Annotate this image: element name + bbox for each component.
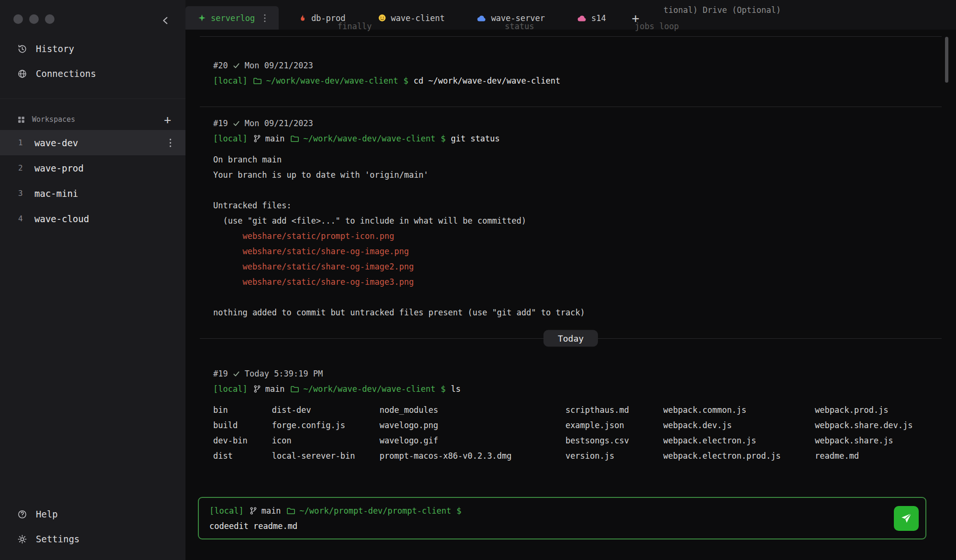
workspace-index: 4 [18, 214, 25, 223]
tab-label: wave-server [491, 13, 545, 23]
workspace-label: wave-dev [34, 138, 159, 148]
ls-file: dist-dev [272, 402, 380, 418]
branch-name: main [265, 131, 285, 146]
tab-label: wave-client [391, 13, 445, 23]
workspace-item-mac-mini[interactable]: 3 mac-mini [0, 181, 185, 206]
paper-plane-icon [900, 512, 913, 525]
prompt-line: [local] main ~/work/wave-dev/wave-client… [213, 131, 928, 146]
output-line: Untracked files: [213, 198, 928, 213]
workspace-item-wave-prod[interactable]: 2 wave-prod [0, 155, 185, 181]
command-number: #19 [213, 366, 228, 381]
ls-file: webpack.dev.js [663, 418, 815, 433]
sidebar-divider [0, 98, 185, 99]
ls-output-grid: bin dist-dev node_modules scripthaus.md … [213, 402, 928, 463]
send-button[interactable] [894, 506, 919, 531]
tab-label: serverlog [211, 13, 255, 23]
command-block-cd: #20 Mon 09/21/2023 [local] ~/work/wave-d… [185, 37, 956, 107]
cwd-path: ~/work/wave-dev/wave-client [266, 73, 398, 88]
ls-file: wavelogo.png [380, 418, 565, 433]
git-branch-icon [253, 385, 261, 393]
window-maximize-button[interactable] [45, 14, 54, 24]
window-minimize-button[interactable] [29, 14, 39, 24]
tab-serverlog[interactable]: serverlog [185, 6, 279, 30]
output-line: Your branch is up to date with 'origin/m… [213, 167, 928, 183]
workspace-menu-button[interactable] [169, 138, 172, 148]
folder-icon [290, 385, 299, 394]
command-text: git status [451, 131, 500, 146]
prompt-line: [local] ~/work/wave-dev/wave-client $ cd… [213, 73, 928, 88]
settings-gear-icon [17, 534, 27, 544]
history-icon [17, 44, 27, 54]
prompt-dollar: $ [456, 503, 461, 518]
ls-file: webpack.share.dev.js [815, 418, 928, 433]
git-branch-icon [249, 506, 258, 515]
untracked-file-line: webshare/static/share-og-image.png [213, 244, 928, 259]
sidebar-item-help[interactable]: Help [0, 502, 185, 527]
sidebar: History Connections Workspaces + 1 wave-… [0, 0, 185, 560]
command-number: #19 [213, 116, 228, 131]
tab-bar: serverlog db-prod wave-client wave-serve… [185, 0, 956, 30]
smiley-icon [378, 14, 386, 22]
sidebar-collapse-button[interactable] [161, 16, 170, 25]
date-divider-pill: Today [543, 330, 598, 347]
output-line [213, 290, 928, 305]
tab-wave-client[interactable]: wave-client [366, 6, 457, 30]
prompt-host: [local] [209, 503, 244, 518]
window-close-button[interactable] [13, 14, 23, 24]
output-line: On branch main [213, 152, 928, 167]
workspace-index: 3 [18, 189, 25, 198]
workspace-label: wave-prod [34, 163, 172, 173]
ls-file: scripthaus.md [565, 402, 663, 418]
git-branch-icon [253, 134, 261, 143]
sidebar-footer: Help Settings [0, 502, 185, 551]
command-input[interactable]: [local] main ~/work/prompt-dev/prompt-cl… [198, 497, 926, 539]
workspace-item-wave-dev[interactable]: 1 wave-dev [0, 130, 185, 155]
command-input-text[interactable]: codeedit readme.md [209, 518, 915, 534]
ls-file: icon [272, 433, 380, 448]
workspace-list: 1 wave-dev 2 wave-prod 3 mac-mini 4 wave… [0, 130, 185, 231]
ls-file: dev-bin [213, 433, 272, 448]
tab-label: s14 [591, 13, 606, 23]
kebab-menu-icon [169, 138, 172, 148]
check-icon [233, 370, 240, 377]
command-text: cd ~/work/wave-dev/wave-client [413, 73, 560, 88]
terminal-main: tional) Drive (Optional) finally status … [185, 0, 956, 560]
ls-file: dist [213, 448, 272, 463]
block-header: #20 Mon 09/21/2023 [213, 58, 928, 73]
tab-db-prod[interactable]: db-prod [286, 6, 358, 30]
command-text: ls [451, 381, 460, 397]
ls-file: readme.md [815, 448, 928, 463]
git-branch: main [249, 503, 281, 518]
command-block-ls: #19 Today 5:39:19 PM [local] main ~/work… [185, 349, 956, 471]
window-controls [13, 14, 54, 24]
workspace-index: 2 [18, 163, 25, 172]
tab-s14[interactable]: s14 [565, 6, 619, 30]
sidebar-item-history[interactable]: History [0, 36, 185, 61]
folder-icon [253, 76, 262, 86]
sidebar-item-settings[interactable]: Settings [0, 527, 185, 551]
chevron-left-icon [161, 16, 170, 25]
cwd-path: ~/work/prompt-dev/prompt-client [300, 503, 451, 518]
git-branch: main [253, 131, 285, 146]
sidebar-item-label: History [36, 43, 74, 54]
scrollbar-thumb[interactable] [945, 37, 948, 83]
ls-file: version.js [565, 448, 663, 463]
output-line: nothing added to commit but untracked fi… [213, 305, 928, 320]
add-workspace-button[interactable]: + [164, 114, 171, 126]
prompt-host: [local] [213, 131, 248, 146]
output-line: (use "git add <file>..." to include in w… [213, 213, 928, 228]
sidebar-item-connections[interactable]: Connections [0, 61, 185, 86]
tab-menu-button[interactable] [263, 14, 266, 22]
cwd: ~/work/wave-dev/wave-client [253, 73, 398, 88]
tab-label: db-prod [311, 13, 346, 23]
git-branch: main [253, 381, 285, 397]
date-divider: Today [200, 328, 942, 349]
workspace-label: mac-mini [34, 188, 172, 199]
command-number: #20 [213, 58, 228, 73]
tab-wave-server[interactable]: wave-server [465, 6, 557, 30]
globe-icon [17, 69, 27, 79]
cwd: ~/work/prompt-dev/prompt-client [286, 503, 451, 518]
cwd: ~/work/wave-dev/wave-client [290, 381, 435, 397]
workspace-item-wave-cloud[interactable]: 4 wave-cloud [0, 206, 185, 231]
add-tab-button[interactable]: + [626, 6, 645, 30]
